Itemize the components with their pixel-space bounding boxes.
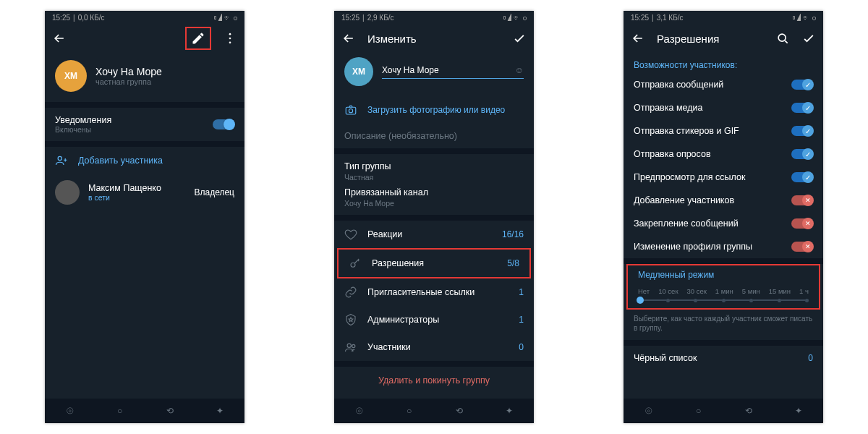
linked-channel-row[interactable]: Привязанный канал Хочу На Море [334,184,534,215]
group-name-input[interactable]: Хочу На Море ☺ [382,65,524,79]
svg-point-1 [229,38,231,40]
svg-point-6 [351,263,355,267]
group-avatar[interactable]: ХМ [55,60,87,92]
invite-links-row[interactable]: Пригласительные ссылки 1 [334,278,534,306]
appbar [45,24,244,53]
back-icon[interactable] [52,31,67,46]
permission-label: Добавление участников [634,195,734,205]
upload-photo-row[interactable]: Загрузить фотографию или видео [334,96,534,124]
add-member-row[interactable]: Добавить участника [45,147,244,174]
avatar-initials: ХМ [64,71,77,81]
nav-back-icon[interactable]: ⦾ [354,405,365,417]
member-row[interactable]: Максим Пащенко в сети Владелец [45,174,244,210]
status-time: 15:25 [631,14,649,22]
camera-icon [344,103,357,116]
emoji-icon[interactable]: ☺ [515,65,524,75]
nav-home-icon[interactable]: ○ [693,405,705,417]
slow-option-label: 1 ч [799,287,809,295]
slow-option-label: 15 мин [769,287,791,295]
description-input[interactable]: Описание (необязательно) [334,124,534,148]
permissions-section-title: Возможности участников: [624,53,823,73]
slow-mode-block: Медленный режим Нет10 сек30 сек1 мин5 ми… [626,264,820,310]
slow-mode-slider[interactable] [638,299,809,301]
slow-mode-title: Медленный режим [628,265,819,283]
confirm-icon[interactable] [801,31,816,46]
linked-channel-value: Хочу На Море [344,199,394,208]
reactions-row[interactable]: Реакции 16/16 [334,221,534,248]
permission-toggle[interactable] [791,218,813,229]
back-icon[interactable] [631,31,645,46]
permission-row[interactable]: Изменение профиля группы [624,235,823,258]
permission-toggle[interactable] [791,172,813,182]
group-type-value: Частная [344,173,373,182]
nav-home-icon[interactable]: ○ [404,405,415,417]
permission-label: Отправка стикеров и GIF [634,126,739,136]
status-time: 15:25 [341,14,359,22]
navbar: ⦾ ○ ⟲ ✦ [334,399,534,423]
slow-option-label: 1 мин [715,287,733,295]
group-type-row[interactable]: Тип группы Частная [334,154,534,184]
permission-toggle[interactable] [791,149,813,159]
status-time: 15:25 [52,14,70,22]
delete-leave-button[interactable]: Удалить и покинуть группу [334,367,534,394]
svg-point-8 [352,344,355,347]
members-value: 0 [519,342,524,352]
permission-row[interactable]: Предпросмотр для ссылок [624,166,823,189]
nav-accessibility-icon[interactable]: ✦ [793,405,804,417]
nav-accessibility-icon[interactable]: ✦ [214,405,226,417]
permissions-label: Разрешения [372,258,497,268]
slow-mode-thumb[interactable] [637,297,644,304]
permissions-row[interactable]: Разрешения 5/8 [337,248,531,278]
member-avatar [55,180,80,205]
page-title: Разрешения [657,33,764,45]
permission-row[interactable]: Добавление участников [624,189,823,212]
blacklist-row[interactable]: Чёрный список 0 [624,346,823,370]
permission-row[interactable]: Закрепление сообщений [624,212,823,235]
nav-recent-icon[interactable]: ⟲ [164,405,176,417]
admin-icon [344,313,357,326]
notifications-row[interactable]: Уведомления Включены [45,108,244,141]
permission-toggle[interactable] [791,103,813,113]
notifications-toggle[interactable] [213,119,234,129]
more-icon[interactable] [223,31,237,46]
edit-header: ХМ Хочу На Море ☺ [334,53,534,96]
invite-links-label: Пригласительные ссылки [367,287,509,297]
add-member-label: Добавить участника [78,156,234,166]
confirm-icon[interactable] [512,31,527,46]
permissions-value: 5/8 [507,258,519,268]
back-icon[interactable] [341,31,356,46]
group-avatar[interactable]: ХМ [344,57,373,86]
statusbar: 15:25 | 0,0 КБ/с ▯ ◢ ᯤ ▢ [45,11,244,24]
nav-back-icon[interactable]: ⦾ [643,405,655,417]
permission-toggle[interactable] [791,126,813,136]
heart-icon [344,228,357,241]
notifications-label: Уведомления [55,115,203,125]
permission-label: Отправка сообщений [634,80,723,90]
svg-point-5 [349,109,352,113]
permission-row[interactable]: Отправка опросов [624,142,823,166]
permission-row[interactable]: Отправка медиа [624,96,823,119]
upload-label: Загрузить фотографию или видео [367,105,524,115]
edit-icon[interactable] [185,27,211,50]
admins-value: 1 [519,315,524,325]
nav-recent-icon[interactable]: ⟲ [743,405,754,417]
nav-recent-icon[interactable]: ⟲ [454,405,465,417]
group-name: Хочу На Море [95,66,162,77]
permission-label: Изменение профиля группы [634,242,752,252]
nav-accessibility-icon[interactable]: ✦ [503,405,515,417]
svg-rect-4 [346,107,356,114]
nav-back-icon[interactable]: ⦾ [64,405,76,417]
admins-row[interactable]: Администраторы 1 [334,306,534,333]
permission-row[interactable]: Отправка стикеров и GIF [624,119,823,142]
svg-point-0 [229,33,231,35]
nav-home-icon[interactable]: ○ [114,405,126,417]
admins-label: Администраторы [367,315,509,325]
permission-toggle[interactable] [791,195,813,205]
blacklist-label: Чёрный список [634,353,798,363]
members-row[interactable]: Участники 0 [334,333,534,361]
svg-point-2 [229,42,231,44]
permission-row[interactable]: Отправка сообщений [624,73,823,96]
search-icon[interactable] [775,31,790,46]
permission-toggle[interactable] [791,242,813,252]
permission-toggle[interactable] [791,80,813,90]
